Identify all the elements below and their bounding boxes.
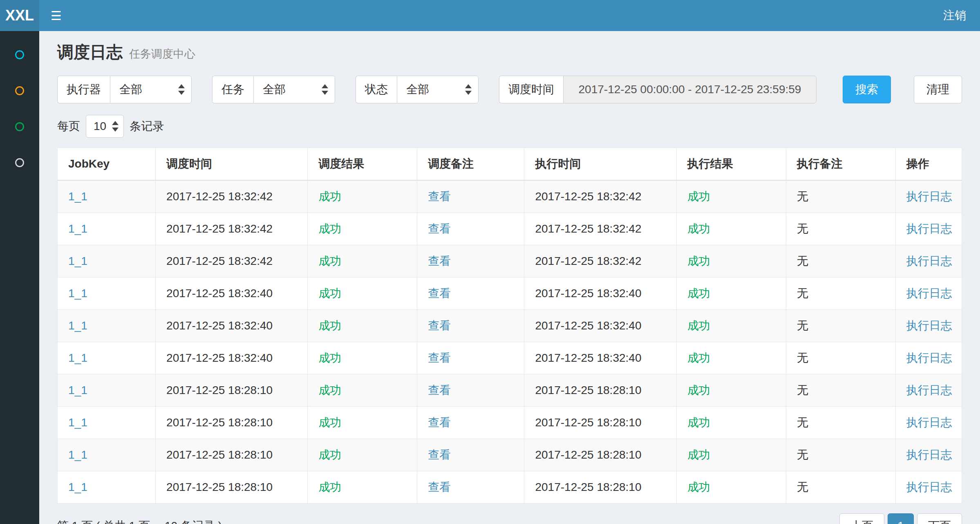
exec-log-link[interactable]: 执行日志 bbox=[906, 416, 952, 429]
trigger-result-cell: 成功 bbox=[308, 374, 417, 407]
trigger-msg-cell: 查看 bbox=[417, 278, 524, 310]
handle-msg-cell: 无 bbox=[786, 407, 895, 439]
jobkey-link[interactable]: 1_1 bbox=[68, 255, 87, 267]
table-row: 1_1 2017-12-25 18:28:10 成功 查看 2017-12-25… bbox=[58, 407, 962, 439]
sidebar-item-2[interactable] bbox=[0, 73, 39, 109]
job-select-value: 全部 bbox=[263, 82, 316, 97]
trigger-msg-link[interactable]: 查看 bbox=[428, 448, 451, 461]
table-row: 1_1 2017-12-25 18:28:10 成功 查看 2017-12-25… bbox=[58, 374, 962, 407]
handle-msg-cell: 无 bbox=[786, 310, 895, 342]
jobkey-link[interactable]: 1_1 bbox=[68, 190, 87, 203]
jobkey-link[interactable]: 1_1 bbox=[68, 222, 87, 235]
exec-log-link[interactable]: 执行日志 bbox=[906, 255, 952, 267]
jobkey-cell: 1_1 bbox=[58, 278, 156, 310]
trigger-time-cell: 2017-12-25 18:32:40 bbox=[156, 310, 308, 342]
trigger-msg-cell: 查看 bbox=[417, 471, 524, 504]
handle-result-cell: 成功 bbox=[676, 407, 786, 439]
table-footer: 第 1 页 ( 总共 1 页， 10 条记录 ) 上页 1 下页 bbox=[57, 513, 962, 524]
jobkey-link[interactable]: 1_1 bbox=[68, 448, 87, 461]
table-row: 1_1 2017-12-25 18:32:42 成功 查看 2017-12-25… bbox=[58, 245, 962, 278]
trigger-result-cell: 成功 bbox=[308, 342, 417, 374]
app-logo[interactable]: XXL bbox=[0, 0, 39, 31]
select-arrows-icon bbox=[465, 84, 472, 95]
action-cell: 执行日志 bbox=[895, 180, 962, 213]
trigger-msg-link[interactable]: 查看 bbox=[428, 384, 451, 396]
page-size-select[interactable]: 10 bbox=[86, 115, 124, 138]
handle-time-cell: 2017-12-25 18:28:10 bbox=[524, 374, 676, 407]
table-row: 1_1 2017-12-25 18:32:40 成功 查看 2017-12-25… bbox=[58, 310, 962, 342]
job-filter-group: 任务 全部 bbox=[212, 76, 335, 103]
jobkey-link[interactable]: 1_1 bbox=[68, 481, 87, 493]
logout-link[interactable]: 注销 bbox=[943, 8, 966, 23]
trigger-time-cell: 2017-12-25 18:28:10 bbox=[156, 439, 308, 471]
handle-result-cell: 成功 bbox=[676, 374, 786, 407]
jobkey-link[interactable]: 1_1 bbox=[68, 352, 87, 364]
job-select[interactable]: 全部 bbox=[253, 76, 335, 103]
trigger-time-range-input[interactable] bbox=[563, 76, 817, 103]
trigger-msg-link[interactable]: 查看 bbox=[428, 190, 451, 203]
page-size-prefix-label: 每页 bbox=[57, 119, 80, 134]
exec-log-link[interactable]: 执行日志 bbox=[906, 448, 952, 461]
trigger-msg-link[interactable]: 查看 bbox=[428, 255, 451, 267]
select-arrows-icon bbox=[322, 84, 328, 95]
jobkey-cell: 1_1 bbox=[58, 407, 156, 439]
sidebar bbox=[0, 31, 39, 524]
handle-msg-cell: 无 bbox=[786, 180, 895, 213]
jobkey-cell: 1_1 bbox=[58, 374, 156, 407]
jobkey-cell: 1_1 bbox=[58, 310, 156, 342]
trigger-msg-link[interactable]: 查看 bbox=[428, 481, 451, 493]
trigger-msg-cell: 查看 bbox=[417, 342, 524, 374]
trigger-msg-link[interactable]: 查看 bbox=[428, 352, 451, 364]
page-size-value: 10 bbox=[94, 120, 106, 133]
exec-log-link[interactable]: 执行日志 bbox=[906, 319, 952, 332]
jobkey-link[interactable]: 1_1 bbox=[68, 287, 87, 300]
exec-log-link[interactable]: 执行日志 bbox=[906, 481, 952, 493]
jobkey-link[interactable]: 1_1 bbox=[68, 416, 87, 429]
trigger-time-cell: 2017-12-25 18:32:42 bbox=[156, 213, 308, 245]
trigger-time-filter-label: 调度时间 bbox=[499, 76, 563, 103]
next-page-button[interactable]: 下页 bbox=[917, 513, 962, 524]
exec-log-link[interactable]: 执行日志 bbox=[906, 384, 952, 396]
search-button[interactable]: 搜索 bbox=[843, 76, 891, 103]
executor-select[interactable]: 全部 bbox=[110, 76, 192, 103]
action-cell: 执行日志 bbox=[895, 407, 962, 439]
status-select[interactable]: 全部 bbox=[397, 76, 479, 103]
exec-log-link[interactable]: 执行日志 bbox=[906, 222, 952, 235]
trigger-time-cell: 2017-12-25 18:28:10 bbox=[156, 374, 308, 407]
trigger-msg-link[interactable]: 查看 bbox=[428, 319, 451, 332]
handle-time-cell: 2017-12-25 18:32:42 bbox=[524, 245, 676, 278]
jobkey-link[interactable]: 1_1 bbox=[68, 384, 87, 396]
executor-filter-group: 执行器 全部 bbox=[57, 76, 192, 103]
sidebar-item-4[interactable] bbox=[0, 145, 39, 181]
sidebar-item-3[interactable] bbox=[0, 109, 39, 145]
trigger-result-cell: 成功 bbox=[308, 310, 417, 342]
trigger-time-cell: 2017-12-25 18:32:40 bbox=[156, 342, 308, 374]
trigger-result-cell: 成功 bbox=[308, 439, 417, 471]
executor-filter-label: 执行器 bbox=[57, 76, 110, 103]
sidebar-toggle-icon[interactable]: ☰ bbox=[39, 0, 73, 31]
trigger-result-cell: 成功 bbox=[308, 213, 417, 245]
handle-msg-cell: 无 bbox=[786, 471, 895, 504]
column-header-3: 调度结果 bbox=[308, 148, 417, 181]
page-1-button[interactable]: 1 bbox=[888, 513, 914, 524]
prev-page-button[interactable]: 上页 bbox=[839, 513, 884, 524]
trigger-msg-link[interactable]: 查看 bbox=[428, 287, 451, 300]
trigger-result-cell: 成功 bbox=[308, 278, 417, 310]
page-header: 调度日志 任务调度中心 bbox=[57, 41, 962, 63]
trigger-msg-cell: 查看 bbox=[417, 310, 524, 342]
jobkey-link[interactable]: 1_1 bbox=[68, 319, 87, 332]
column-header-4: 调度备注 bbox=[417, 148, 524, 181]
exec-log-link[interactable]: 执行日志 bbox=[906, 190, 952, 203]
action-cell: 执行日志 bbox=[895, 471, 962, 504]
clear-button[interactable]: 清理 bbox=[914, 76, 962, 103]
jobkey-cell: 1_1 bbox=[58, 439, 156, 471]
navbar-main: ☰ 注销 bbox=[39, 0, 980, 31]
job-filter-label: 任务 bbox=[212, 76, 253, 103]
exec-log-link[interactable]: 执行日志 bbox=[906, 352, 952, 364]
exec-log-link[interactable]: 执行日志 bbox=[906, 287, 952, 300]
handle-result-cell: 成功 bbox=[676, 310, 786, 342]
trigger-msg-link[interactable]: 查看 bbox=[428, 416, 451, 429]
sidebar-item-1[interactable] bbox=[0, 37, 39, 73]
trigger-msg-cell: 查看 bbox=[417, 180, 524, 213]
trigger-msg-link[interactable]: 查看 bbox=[428, 222, 451, 235]
